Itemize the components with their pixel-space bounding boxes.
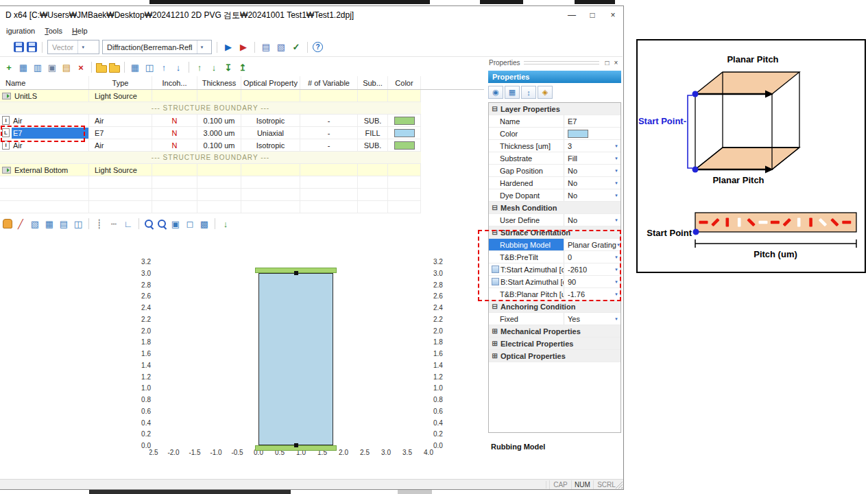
collapse-icon[interactable]: ⊟ <box>491 303 498 310</box>
zoom-window-icon[interactable]: ▣ <box>169 217 182 230</box>
property-row-color[interactable]: Color <box>489 128 620 140</box>
column-header--of-variable[interactable]: # of Variable <box>300 76 358 89</box>
dock-icon[interactable]: ◉ <box>488 86 503 99</box>
collapse-icon[interactable]: ⊟ <box>491 228 498 236</box>
cutline-h-icon[interactable]: ┄ <box>108 217 120 230</box>
grid-show-icon[interactable]: ▦ <box>43 217 56 230</box>
analysis-icon[interactable]: ▧ <box>275 41 287 54</box>
paste-layer-icon[interactable]: ▤ <box>60 61 73 73</box>
pages-icon[interactable]: ◈ <box>538 86 553 99</box>
table-row[interactable]: IAirAirN0.100 umIsotropic-SUB. <box>0 115 421 127</box>
move-down-icon[interactable]: ↓ <box>172 61 184 73</box>
cell-name[interactable]: External Bottom <box>0 164 89 176</box>
bottom-handle[interactable] <box>294 443 298 447</box>
property-value[interactable]: Planar Grating▼ <box>564 239 620 250</box>
cutline-v-icon[interactable]: ┊ <box>93 217 106 230</box>
property-value[interactable]: Fill▼ <box>564 152 620 164</box>
export-plot-icon[interactable]: ↓ <box>219 217 232 230</box>
expand-icon[interactable]: ⊞ <box>491 352 498 360</box>
zoom-fit-icon[interactable]: ◻ <box>184 217 196 230</box>
top-handle[interactable] <box>294 271 298 275</box>
property-value[interactable]: -1.76▼ <box>564 288 620 300</box>
table-row[interactable]: External BottomLight Source <box>0 164 421 176</box>
property-row-gap-position[interactable]: Gap PositionNo▼ <box>489 165 620 177</box>
report-icon[interactable]: ▤ <box>260 41 272 54</box>
color-swatch[interactable] <box>568 130 588 138</box>
dropdown-arrow-icon[interactable]: ▼ <box>614 156 620 161</box>
property-group-electrical-properties[interactable]: ⊞Electrical Properties <box>489 338 620 350</box>
dropdown-arrow-icon[interactable]: ▼ <box>616 243 620 247</box>
column-header-optical-property[interactable]: Optical Property <box>241 76 300 89</box>
insert-below-icon[interactable]: ▥ <box>32 61 44 73</box>
dropdown-arrow-icon[interactable]: ▼ <box>614 181 620 185</box>
bottom-alignment-region[interactable] <box>255 445 337 451</box>
folder-add-icon[interactable] <box>109 65 120 73</box>
property-value[interactable]: 3▼ <box>564 140 620 152</box>
delete-layer-icon[interactable]: × <box>75 61 87 73</box>
dropdown-arrow-icon[interactable]: ▼ <box>614 280 620 284</box>
zoom-out-icon[interactable] <box>156 218 167 229</box>
property-group-optical-properties[interactable]: ⊞Optical Properties <box>489 350 620 362</box>
property-value[interactable]: Yes▼ <box>564 313 620 325</box>
color-swatch[interactable] <box>394 141 415 150</box>
dropdown-arrow-icon[interactable]: ▼ <box>614 317 620 321</box>
close-panel-button[interactable]: × <box>612 59 620 67</box>
measure-icon[interactable]: ╱ <box>14 217 27 230</box>
property-value[interactable] <box>564 128 620 139</box>
collapse-icon[interactable]: ⊟ <box>491 105 498 113</box>
dropdown-arrow-icon[interactable]: ▼ <box>614 218 620 222</box>
property-group-mesh-condition[interactable]: ⊟Mesh Condition <box>489 202 620 214</box>
property-value[interactable]: E7 <box>564 115 620 127</box>
property-group-anchoring-condition[interactable]: ⊟Anchoring Condition <box>489 301 620 313</box>
layer-view-icon[interactable]: ◫ <box>72 217 84 230</box>
property-row-substrate[interactable]: SubstrateFill▼ <box>489 152 620 165</box>
help-icon[interactable]: ? <box>313 42 323 52</box>
copy-layer-icon[interactable]: ▣ <box>46 61 58 73</box>
top-alignment-region[interactable] <box>255 268 337 273</box>
layer-e7-region[interactable] <box>258 273 333 445</box>
column-header-sub-[interactable]: Sub... <box>358 76 388 89</box>
menu-item-tools[interactable]: Tools <box>40 25 67 36</box>
minimize-button[interactable]: — <box>562 6 582 24</box>
vector-select[interactable]: Vector ▼ <box>47 40 99 54</box>
resize-grip[interactable] <box>614 480 623 489</box>
dropdown-arrow-icon[interactable]: ▼ <box>614 268 620 272</box>
shift-up-icon[interactable]: ↑ <box>193 61 206 73</box>
axes-icon[interactable]: ∟ <box>122 217 134 230</box>
maximize-button[interactable]: □ <box>582 6 603 24</box>
mesh-show-icon[interactable]: ▤ <box>58 217 70 230</box>
column-header-thickness[interactable]: Thickness <box>197 76 241 89</box>
property-value[interactable]: No▼ <box>564 189 620 201</box>
cell-name[interactable]: IAir <box>0 139 89 151</box>
property-row-t-start-azimuthal-deg-[interactable]: T:Start Azimuthal [deg]-2610▼ <box>489 263 620 276</box>
property-row-t-b-pretilt[interactable]: T&B:PreTilt0▼ <box>489 251 620 263</box>
dropdown-arrow-icon[interactable]: ▼ <box>614 169 620 173</box>
color-swatch[interactable] <box>394 129 415 137</box>
dropdown-arrow-icon[interactable]: ▼ <box>614 193 620 198</box>
import-icon[interactable]: ↧ <box>222 61 234 73</box>
collapse-icon[interactable]: ⊟ <box>491 204 498 211</box>
dropdown-arrow-icon[interactable]: ▼ <box>614 292 620 296</box>
move-up-icon[interactable]: ↑ <box>158 61 170 73</box>
property-value[interactable]: 90▼ <box>564 276 620 287</box>
zoom-extent-icon[interactable]: ▩ <box>198 217 210 230</box>
property-value[interactable]: No▼ <box>564 177 620 189</box>
cell-name[interactable]: IAir <box>0 115 89 126</box>
property-row-fixed[interactable]: FixedYes▼ <box>489 313 620 325</box>
column-header-type[interactable]: Type <box>89 76 152 89</box>
table-row[interactable]: LE7E7N3.000 umUniaxial-FILL <box>0 127 421 139</box>
table-row[interactable]: UnitLSLight Source <box>0 90 421 102</box>
add-layer-icon[interactable]: + <box>3 61 15 73</box>
dropdown-arrow-icon[interactable]: ▼ <box>614 255 620 259</box>
menu-item-help[interactable]: Help <box>67 25 93 36</box>
zoom-in-icon[interactable] <box>143 218 154 229</box>
column-header-name[interactable]: Name <box>0 76 89 89</box>
float-panel-button[interactable]: □ <box>603 59 612 67</box>
property-value[interactable]: No▼ <box>564 165 620 176</box>
table-edit-icon[interactable]: ◫ <box>143 61 156 73</box>
expand-icon[interactable]: ⊞ <box>491 327 498 335</box>
property-value[interactable]: 0▼ <box>564 251 620 263</box>
categorized-icon[interactable]: ▦ <box>505 86 520 99</box>
property-row-rubbing-model[interactable]: Rubbing ModelPlanar Grating▼ <box>489 239 620 251</box>
export-icon[interactable]: ↥ <box>237 61 249 73</box>
